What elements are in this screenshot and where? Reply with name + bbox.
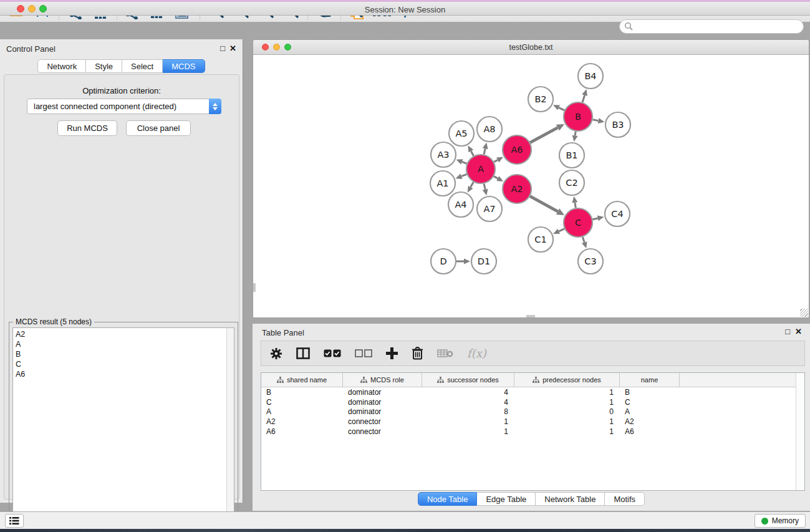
graph-edge-A6-B[interactable] [530,128,557,143]
graph-edge-C-C1[interactable] [559,229,564,231]
float-table-panel-icon[interactable]: □ [785,327,790,336]
tab-node-table[interactable]: Node Table [418,492,478,506]
tab-edge-table[interactable]: Edge Table [477,492,536,506]
graph-edge-B-B2[interactable] [559,108,564,110]
result-item[interactable]: C [16,359,226,369]
memory-button[interactable]: Memory [755,514,806,528]
result-scrollbar[interactable] [226,327,234,531]
run-mcds-button[interactable]: Run MCDS [57,120,117,136]
column-label: shared name [287,376,327,384]
graph-edge-A2-C[interactable] [530,196,558,212]
graph-edge-A-A4[interactable] [471,182,474,187]
table-cell[interactable]: A [620,407,680,416]
graph-edge-C-C3[interactable] [582,237,584,243]
tab-network[interactable]: Network [37,59,86,73]
table-cell[interactable]: 4 [422,398,514,407]
table-row[interactable]: Bdominator41B [261,387,804,397]
column-header-MCDS-role[interactable]: MCDS role [343,373,422,387]
table-cell[interactable]: 1 [422,417,514,426]
table-cell[interactable]: 1 [514,417,620,426]
mcds-result-list[interactable]: A2ABCA6 [12,327,226,531]
column-header-successor-nodes[interactable]: successor nodes [422,373,514,387]
mcds-result-title: MCDS result (5 nodes) [13,317,94,326]
criterion-dropdown[interactable]: largest connected component (directed) [27,99,221,114]
tab-motifs[interactable]: Motifs [605,492,645,506]
application-window: Session: New Session [0,0,810,532]
table-row[interactable]: Cdominator41C [261,397,804,407]
close-table-panel-icon[interactable]: ✕ [795,327,802,336]
tab-network-table[interactable]: Network Table [536,492,605,506]
float-panel-icon[interactable]: □ [220,44,225,52]
table-cell[interactable]: connector [343,417,422,426]
table-cell[interactable]: A2 [620,417,680,426]
columns-icon[interactable] [296,347,310,359]
table-cell[interactable]: B [261,388,343,397]
graph-edge-A-A8[interactable] [484,148,485,154]
table-cell[interactable]: dominator [343,398,422,407]
close-panel-button[interactable]: Close panel [126,120,191,136]
table-cell[interactable]: A6 [620,427,680,436]
graph-edge-A-A3[interactable] [462,162,467,163]
table-cell[interactable]: B [620,388,680,397]
unchecked-boxes-icon[interactable] [355,349,372,357]
table-cell[interactable]: 1 [514,388,620,397]
gear-icon[interactable] [270,347,282,360]
table-cell[interactable]: dominator [343,407,422,416]
table-cell[interactable]: C [620,398,680,407]
graph-edge-C-C4[interactable] [592,218,597,220]
hierarchy-icon [437,377,444,383]
table-cell[interactable]: 4 [422,388,514,397]
graph-edge-C-C2[interactable] [575,203,576,208]
table-row[interactable]: Adominator80A [261,407,804,417]
close-panel-icon[interactable]: ✕ [229,44,236,52]
graph-edge-B-B1[interactable] [575,132,576,136]
result-item[interactable]: B [16,349,226,359]
table-cell[interactable]: dominator [343,388,422,397]
graph-node-label: D1 [478,256,490,266]
mcds-result-box: MCDS result (5 nodes) A2ABCA6 [9,322,238,532]
edge-arrowhead [582,89,587,96]
criterion-value: largest connected component (directed) [27,102,209,111]
tab-style[interactable]: Style [86,59,122,73]
table-row[interactable]: A2connector11A2 [261,417,804,427]
table-cell[interactable]: A6 [261,427,343,436]
result-item[interactable]: A6 [16,369,226,379]
graph-edge-A-A6[interactable] [494,160,498,162]
table-cell[interactable]: 1 [514,427,620,436]
result-item[interactable]: A [16,339,226,349]
result-item[interactable]: A2 [16,329,226,339]
column-header-predecessor-nodes[interactable]: predecessor nodes [514,373,620,387]
network-window-titlebar[interactable]: testGlobe.txt [253,40,809,55]
table-scrollbar[interactable] [796,373,804,490]
task-history-button[interactable] [5,514,24,528]
tab-select[interactable]: Select [122,59,163,73]
tab-mcds[interactable]: MCDS [163,59,205,73]
graph-edge-B-B4[interactable] [582,95,585,102]
canvas-scroll-tick [526,315,535,317]
table-cell[interactable]: A2 [261,417,343,426]
table-cell[interactable]: 1 [422,427,514,436]
table-cell[interactable]: 1 [514,398,620,407]
table-cell[interactable]: connector [343,427,422,436]
status-bar: Memory [0,511,810,529]
table-cell[interactable]: A [261,407,343,416]
graph-edge-A-A2[interactable] [494,177,498,178]
resize-grip-icon[interactable] [800,309,808,317]
network-canvas[interactable]: B4B2BB3A8A5A6A3B1AC2A1A2A4A7C4CC1C3DD1 [253,56,809,317]
search-input[interactable] [619,19,804,34]
graph-node-label: A5 [455,128,467,138]
trash-icon[interactable] [412,347,423,360]
column-header-name[interactable]: name [620,373,680,387]
graph-edge-A-A7[interactable] [484,183,485,189]
table-row[interactable]: A6connector11A6 [261,427,804,437]
column-header-shared-name[interactable]: shared name [261,373,343,387]
table-cell[interactable]: C [261,398,343,407]
graph-edge-A-A1[interactable] [461,174,467,176]
add-icon[interactable] [386,347,398,359]
table-panel: Table Panel □ ✕ f(x [253,324,810,511]
graph-edge-A-A5[interactable] [471,151,473,156]
table-cell[interactable]: 8 [422,407,514,416]
graph-edge-B-B3[interactable] [593,120,599,121]
table-cell[interactable]: 0 [514,407,620,416]
checked-boxes-icon[interactable] [324,349,341,357]
